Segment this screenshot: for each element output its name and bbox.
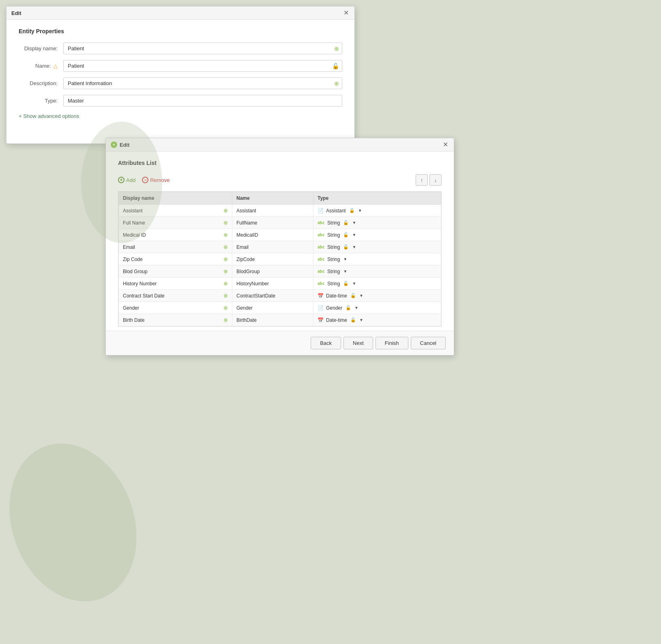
cell-type: 📅 Date-time 🔓 ▼ bbox=[313, 314, 441, 326]
dialog2-titlebar: ♥ Edit ✕ bbox=[106, 138, 454, 152]
back-button[interactable]: Back bbox=[311, 337, 341, 349]
row-globe-icon[interactable]: ⊕ bbox=[223, 208, 228, 214]
name-input[interactable] bbox=[63, 60, 342, 72]
type-select-wrap: Master Child Reference bbox=[63, 95, 342, 107]
row-dropdown-icon[interactable]: ▼ bbox=[352, 220, 356, 225]
dialog2-logo-icon: ♥ bbox=[111, 141, 117, 148]
next-button[interactable]: Next bbox=[343, 337, 373, 349]
cell-display-name: Blod Group ⊕ bbox=[119, 265, 232, 278]
cell-display-name: Zip Code ⊕ bbox=[119, 253, 232, 265]
cell-type: 📄 Gender 🔓 ▼ bbox=[313, 302, 441, 314]
row-dropdown-icon[interactable]: ▼ bbox=[359, 293, 363, 298]
row-lock-icon: 🔓 bbox=[343, 220, 349, 225]
remove-label: Remove bbox=[150, 177, 170, 183]
row-globe-icon[interactable]: ⊕ bbox=[223, 244, 228, 250]
row-dropdown-icon[interactable]: ▼ bbox=[359, 318, 363, 322]
finish-button[interactable]: Finish bbox=[376, 337, 408, 349]
type-select[interactable]: Master Child Reference bbox=[63, 95, 342, 107]
table-row: Assistant ⊕ Assistant 📄 Assistant 🔓 ▼ bbox=[119, 205, 441, 217]
row-globe-icon[interactable]: ⊕ bbox=[223, 293, 228, 299]
description-input[interactable] bbox=[63, 77, 342, 89]
table-row: History Number ⊕ HistoryNumber abc Strin… bbox=[119, 278, 441, 290]
name-input-wrap: 🔓 bbox=[63, 60, 342, 72]
remove-circle-icon: − bbox=[142, 177, 148, 183]
row-globe-icon[interactable]: ⊕ bbox=[223, 305, 228, 311]
move-up-button[interactable]: ↑ bbox=[416, 174, 428, 186]
row-dropdown-icon[interactable]: ▼ bbox=[352, 233, 356, 237]
cell-display-name: Medical ID ⊕ bbox=[119, 229, 232, 241]
table-row: Zip Code ⊕ ZipCode abc String ▼ bbox=[119, 253, 441, 265]
row-globe-icon[interactable]: ⊕ bbox=[223, 256, 228, 262]
description-row: Description: ⊕ bbox=[19, 77, 342, 89]
row-globe-icon[interactable]: ⊕ bbox=[223, 317, 228, 323]
dialog2-title: Edit bbox=[120, 142, 442, 148]
row-lock-icon: 🔓 bbox=[343, 232, 349, 237]
dialog1-title: Edit bbox=[11, 10, 343, 16]
cell-name: Email bbox=[232, 241, 313, 253]
attributes-toolbar: + Add − Remove ↑ ↓ bbox=[118, 174, 442, 186]
display-name-label: Display name: bbox=[19, 45, 63, 51]
table-row: Email ⊕ Email abc String 🔓 ▼ bbox=[119, 241, 441, 253]
row-lock-icon: 🔓 bbox=[350, 293, 356, 298]
cell-name: ZipCode bbox=[232, 253, 313, 265]
cell-display-name: Birth Date ⊕ bbox=[119, 314, 232, 326]
dialog1-content: Entity Properties Display name: ⊕ Name: … bbox=[6, 20, 354, 127]
advanced-options-toggle[interactable]: + Show advanced options bbox=[19, 113, 342, 119]
entity-properties-section-title: Entity Properties bbox=[19, 28, 342, 34]
attributes-table-container: Display name Name Type Assistant ⊕ Assis… bbox=[118, 191, 442, 327]
row-dropdown-icon[interactable]: ▼ bbox=[358, 208, 362, 213]
table-row: Contract Start Date ⊕ ContractStartDate … bbox=[119, 290, 441, 302]
move-down-button[interactable]: ↓ bbox=[429, 174, 442, 186]
remove-button[interactable]: − Remove bbox=[142, 177, 170, 183]
row-dropdown-icon[interactable]: ▼ bbox=[352, 281, 356, 286]
name-lock-icon: 🔓 bbox=[332, 63, 339, 69]
cell-type: abc String 🔓 ▼ bbox=[313, 241, 441, 253]
name-row: Name: △ 🔓 bbox=[19, 60, 342, 72]
description-input-wrap: ⊕ bbox=[63, 77, 342, 89]
display-name-row: Display name: ⊕ bbox=[19, 43, 342, 54]
cell-display-name: Contract Start Date ⊕ bbox=[119, 290, 232, 302]
row-dropdown-icon[interactable]: ▼ bbox=[343, 269, 347, 274]
row-lock-icon: 🔓 bbox=[343, 244, 349, 250]
cell-display-name: History Number ⊕ bbox=[119, 278, 232, 290]
row-globe-icon[interactable]: ⊕ bbox=[223, 220, 228, 226]
cell-name: BirthDate bbox=[232, 314, 313, 326]
move-buttons: ↑ ↓ bbox=[416, 174, 442, 186]
row-dropdown-icon[interactable]: ▼ bbox=[343, 257, 347, 261]
cell-display-name: Gender ⊕ bbox=[119, 302, 232, 314]
table-row: Gender ⊕ Gender 📄 Gender 🔓 ▼ bbox=[119, 302, 441, 314]
table-row: Medical ID ⊕ MedicalID abc String 🔓 ▼ bbox=[119, 229, 441, 241]
add-button[interactable]: + Add bbox=[118, 177, 135, 183]
dialog1-close-button[interactable]: ✕ bbox=[343, 10, 350, 16]
row-dropdown-icon[interactable]: ▼ bbox=[352, 245, 356, 249]
dialog2-close-button[interactable]: ✕ bbox=[442, 141, 449, 148]
row-globe-icon[interactable]: ⊕ bbox=[223, 232, 228, 238]
row-lock-icon: 🔓 bbox=[349, 208, 355, 213]
description-label: Description: bbox=[19, 80, 63, 86]
cell-name: HistoryNumber bbox=[232, 278, 313, 290]
type-label: Type: bbox=[19, 98, 63, 104]
dialog1-titlebar: Edit ✕ bbox=[6, 6, 354, 20]
row-dropdown-icon[interactable]: ▼ bbox=[354, 306, 358, 310]
cell-type: 📅 Date-time 🔓 ▼ bbox=[313, 290, 441, 302]
bottom-bar: Back Next Finish Cancel bbox=[106, 331, 454, 355]
col-name: Name bbox=[232, 192, 313, 205]
row-globe-icon[interactable]: ⊕ bbox=[223, 280, 228, 287]
col-display-name: Display name bbox=[119, 192, 232, 205]
cell-name: Gender bbox=[232, 302, 313, 314]
cancel-button[interactable]: Cancel bbox=[411, 337, 446, 349]
table-row: Full Name ⊕ FullName abc String 🔓 ▼ bbox=[119, 217, 441, 229]
table-header: Display name Name Type bbox=[119, 192, 441, 205]
description-globe-icon: ⊕ bbox=[334, 80, 339, 87]
cell-display-name: Email ⊕ bbox=[119, 241, 232, 253]
cell-name: ContractStartDate bbox=[232, 290, 313, 302]
display-name-input[interactable] bbox=[63, 43, 342, 54]
row-globe-icon[interactable]: ⊕ bbox=[223, 268, 228, 274]
attributes-table: Display name Name Type Assistant ⊕ Assis… bbox=[118, 192, 441, 326]
cell-name: MedicalID bbox=[232, 229, 313, 241]
display-name-input-wrap: ⊕ bbox=[63, 43, 342, 54]
add-label: Add bbox=[126, 177, 135, 183]
dialog2-content: Attributes List + Add − Remove ↑ ↓ bbox=[106, 152, 454, 355]
name-label: Name: △ bbox=[19, 63, 63, 69]
cell-type: abc String 🔓 ▼ bbox=[313, 229, 441, 241]
